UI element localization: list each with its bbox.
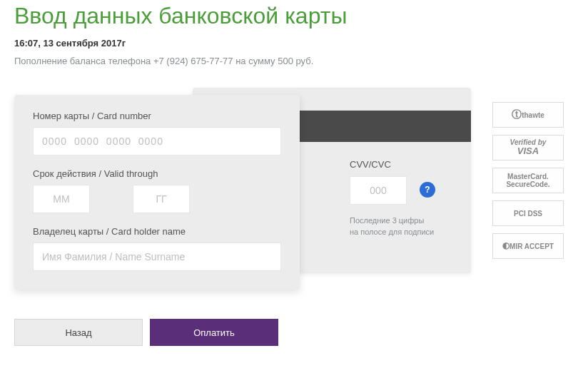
card-number-input[interactable]	[33, 127, 281, 155]
badge-mir-accept: MIR ACCEPT	[492, 233, 564, 259]
cvv-hint-line1: Последние 3 цифры	[350, 216, 424, 225]
card-holder-label: Владелец карты / Card holder name	[33, 226, 281, 237]
card-front: Номер карты / Card number Срок действия …	[14, 95, 300, 290]
card-number-label: Номер карты / Card number	[33, 111, 281, 121]
cvv-hint-line2: на полосе для подписи	[350, 228, 434, 236]
expiry-month-input[interactable]	[33, 185, 90, 213]
badge-mastercard-securecode: MasterCard.SecureCode.	[492, 168, 564, 193]
badge-verified-by-visa: Verified byVISA	[492, 135, 564, 160]
expiry-year-input[interactable]	[133, 185, 190, 213]
description: Пополнение баланса телефона +7 (924) 675…	[14, 56, 574, 66]
card-holder-input[interactable]	[33, 242, 281, 271]
pay-button[interactable]: Оплатить	[150, 319, 278, 346]
page-title: Ввод данных банковской карты	[14, 3, 574, 29]
back-button[interactable]: Назад	[14, 319, 143, 346]
badge-pci-dss: PCI DSS	[492, 200, 564, 226]
cvv-help-icon[interactable]: ?	[420, 182, 435, 198]
security-badges: thawte Verified byVISA MasterCard.Secure…	[492, 102, 564, 259]
badge-thawte: thawte	[492, 102, 564, 128]
expiry-label: Срок действия / Valid through	[33, 168, 281, 179]
cvv-input[interactable]	[350, 176, 407, 205]
cvv-label: CVV/CVC	[350, 159, 391, 170]
button-row: Назад Оплатить	[14, 319, 574, 346]
timestamp: 16:07, 13 сентября 2017г	[14, 38, 574, 48]
cards-container: CVV/CVC ? Последние 3 цифры на полосе дл…	[14, 88, 471, 302]
